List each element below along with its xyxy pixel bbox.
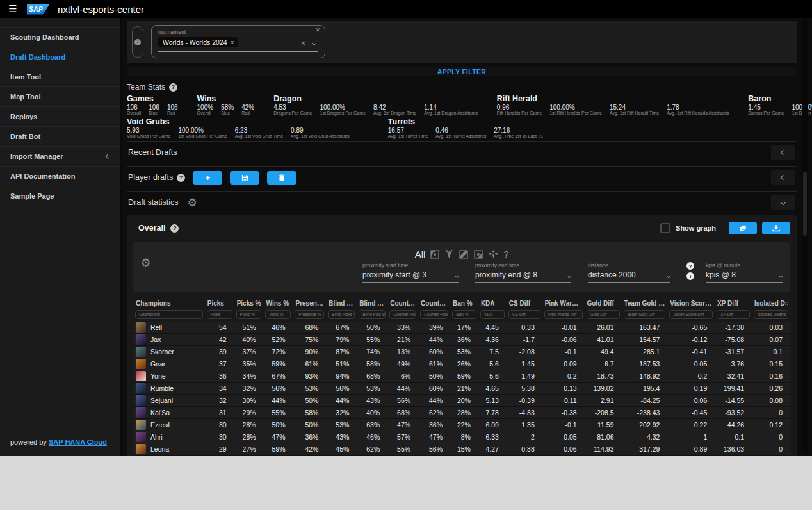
column-header-picks[interactable]: Picks (205, 298, 234, 309)
role-filter-jungle-icon[interactable] (444, 249, 454, 259)
role-filter-support-icon[interactable] (488, 249, 499, 259)
column-filter-input-team-gold-diff[interactable]: Team Gold Diff (624, 310, 666, 319)
column-filter-input-isolated-deaths-1500[interactable]: Isolated Deaths 1500 (754, 310, 788, 319)
column-filter-input-presence[interactable]: Presence % (295, 310, 324, 319)
column-header-ban[interactable]: Ban % (450, 298, 478, 309)
table-row-rumble[interactable]: Rumble3432%56%53%56%53%44%60%21%4.655.38… (133, 383, 790, 395)
dropdown-distance[interactable]: distancedistance 2000 (588, 262, 670, 283)
sidebar-item-sample-page[interactable]: Sample Page (0, 186, 120, 206)
table-row-kai-sa[interactable]: Kai'Sa3129%55%58%32%40%68%62%28%7.78-4.8… (133, 407, 790, 419)
show-graph-checkbox[interactable] (660, 223, 670, 233)
column-header-wins[interactable]: Wins % (264, 298, 293, 309)
draft-statistics-collapse-button[interactable] (771, 195, 795, 210)
column-filter-input-gold-diff[interactable]: Gold Diff (587, 310, 620, 319)
chip-remove-icon[interactable]: x (231, 39, 234, 45)
column-header-kda[interactable]: KDA (478, 298, 507, 309)
hamburger-menu-icon[interactable]: ☰ (6, 3, 19, 15)
column-header-isolated-deaths-1500[interactable]: Isolated D (752, 298, 790, 309)
column-filter-input-xp-diff[interactable]: XP Diff (717, 310, 750, 319)
player-drafts-collapse-button[interactable] (771, 170, 795, 185)
column-filter-input-pink-wards-diff[interactable]: Pink Wards Diff (544, 310, 583, 319)
column-header-counter-pick[interactable]: Counter P... (387, 298, 418, 309)
table-row-jhin[interactable]: Jhin2826%46%38%29%50%71%45%11%7.771-0.28… (133, 456, 790, 456)
dropdown-proximity-end-time[interactable]: proximity end timeproximity end @ 8 (475, 262, 571, 283)
add-filter-button[interactable]: + (132, 26, 143, 58)
close-filter-icon[interactable]: ✕ (315, 27, 320, 33)
column-filter-input-wins[interactable]: Wins % (265, 310, 291, 319)
stat-group-values: 5.93Void Grubs Per Game100.00%1st Void G… (127, 127, 350, 138)
sidebar-item-scouting-dashboard[interactable]: Scouting Dashboard (0, 27, 120, 47)
role-filter-all[interactable]: All (415, 249, 426, 259)
dropdown-kpis-minute[interactable]: kpis @ minutekpis @ 8 (706, 262, 783, 283)
column-filter-input-champions[interactable]: Champions (135, 310, 203, 319)
sidebar-item-draft-dashboard[interactable]: Draft Dashboard (0, 47, 120, 67)
help-icon[interactable]: ? (170, 224, 179, 233)
table-row-jax[interactable]: Jax4240%52%75%79%55%21%44%36%4.36-1.7-0.… (133, 334, 790, 346)
help-icon[interactable]: ? (686, 262, 694, 270)
column-header-presence[interactable]: Presence % (293, 298, 326, 309)
help-icon[interactable]: ? (177, 174, 185, 182)
tournament-chip[interactable]: Worlds - Worlds 2024 x (158, 37, 238, 47)
column-header-pink-wards-diff[interactable]: Pink Wards Diff (542, 298, 585, 309)
save-draft-button[interactable] (230, 171, 259, 185)
dropdown-proximity-start-time[interactable]: proximity start timeproximity start @ 3 (362, 262, 459, 283)
draft-statistics-bar: Draft statistics ⚙ (127, 191, 797, 213)
table-row-gnar[interactable]: Gnar3735%59%61%51%58%49%61%26%5.61.45-0.… (133, 358, 790, 370)
download-button[interactable] (762, 222, 790, 234)
table-row-ezreal[interactable]: Ezreal3028%50%50%53%63%47%36%22%6.091.35… (133, 419, 790, 431)
role-filter-top-icon[interactable] (430, 249, 440, 259)
sidebar-item-item-tool[interactable]: Item Tool (0, 67, 120, 87)
column-filter-input-counter-pick[interactable]: Counter Pick % (389, 310, 416, 319)
column-header-xp-diff[interactable]: XP Diff (715, 298, 752, 309)
column-header-team-gold-diff[interactable]: Team Gold Diff (621, 298, 667, 309)
recent-drafts-collapse-button[interactable] (771, 145, 795, 160)
tournament-filter-field[interactable]: tournament Worlds - Worlds 2024 x ✕ ✕ (151, 25, 325, 58)
role-filter-unknown[interactable]: ? (503, 249, 508, 259)
column-filter-input-vision-score-diff[interactable]: Vision Score Diff (669, 310, 713, 319)
gear-icon[interactable]: ⚙ (188, 196, 197, 210)
column-header-blind-picks[interactable]: Blind Pick... (326, 298, 357, 309)
table-row-ahri[interactable]: Ahri3028%47%36%43%46%57%47%8%6.33-20.058… (133, 431, 790, 443)
column-filter-input-picks[interactable]: Picks % (236, 310, 262, 319)
delete-draft-button[interactable] (267, 171, 296, 185)
table-row-yone[interactable]: Yone3634%67%93%94%68%6%50%59%5.6-1.490.2… (133, 370, 790, 383)
scrollbar-thumb[interactable] (803, 172, 807, 236)
gear-icon[interactable]: ⚙ (141, 256, 150, 270)
column-filter-input-ban[interactable]: Ban % (452, 310, 476, 319)
column-header-picks[interactable]: Picks % (234, 298, 264, 309)
chevron-down-icon[interactable] (312, 41, 316, 45)
copy-button[interactable] (729, 222, 757, 234)
column-header-champions[interactable]: Champions (133, 298, 205, 309)
help-icon[interactable]: ? (169, 83, 177, 92)
info-icon[interactable]: i (686, 272, 694, 280)
column-filter-input-counter-pick-wins[interactable]: Counter Pick Wins % (420, 310, 448, 319)
sidebar-item-replays[interactable]: Replays (0, 107, 120, 127)
column-filter-input-picks[interactable]: Picks (207, 310, 232, 319)
add-draft-button[interactable]: + (193, 171, 222, 185)
expand-icon[interactable] (785, 300, 788, 307)
sidebar-item-api-documentation[interactable]: API Documentation (0, 167, 120, 186)
column-header-gold-diff[interactable]: Gold Diff (585, 298, 622, 309)
sidebar-item-map-tool[interactable]: Map Tool (0, 87, 120, 107)
sap-hana-cloud-link[interactable]: SAP HANA Cloud (49, 438, 107, 446)
column-header-cs-diff[interactable]: CS Diff (507, 298, 542, 309)
column-header-blind-pick-win[interactable]: Blind Pick... (357, 298, 387, 309)
table-row-skarner[interactable]: Skarner3937%72%90%87%74%13%60%53%7.5-2.0… (133, 346, 790, 358)
column-header-vision-score-diff[interactable]: Vision Score Diff (667, 298, 715, 309)
cell: 49% (387, 360, 418, 368)
table-row-rell[interactable]: Rell5451%46%68%67%50%33%39%17%4.450.33-0… (133, 322, 790, 334)
table-row-leona[interactable]: Leona2927%59%42%45%62%55%56%15%4.27-0.88… (133, 443, 790, 456)
vertical-scrollbar[interactable] (802, 19, 808, 452)
apply-filter-button[interactable]: APPLY FILTER (127, 67, 797, 76)
column-header-counter-pick-wins[interactable]: Counter P... (418, 298, 450, 309)
sidebar-item-import-manager[interactable]: Import Manager (0, 147, 120, 167)
role-filter-mid-icon[interactable] (459, 249, 469, 259)
role-filter-bot-icon[interactable] (473, 249, 483, 259)
clear-field-icon[interactable]: ✕ (301, 40, 306, 47)
column-filter-input-blind-picks[interactable]: Blind Picks % (328, 310, 355, 319)
column-filter-input-cs-diff[interactable]: CS Diff (508, 310, 540, 319)
column-filter-input-kda[interactable]: KDA (480, 310, 505, 319)
sidebar-item-draft-bot[interactable]: Draft Bot (0, 127, 120, 147)
table-row-sejuani[interactable]: Sejuani3230%44%50%44%43%56%44%20%5.13-0.… (133, 395, 790, 407)
column-filter-input-blind-pick-win[interactable]: Blind Pick Win % (359, 310, 386, 319)
